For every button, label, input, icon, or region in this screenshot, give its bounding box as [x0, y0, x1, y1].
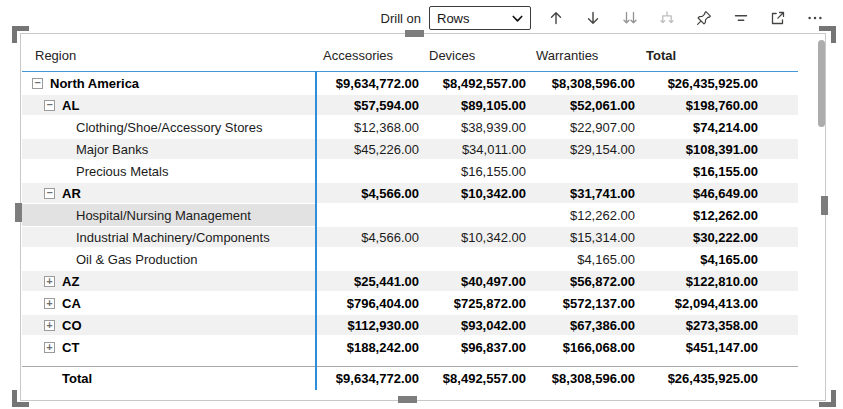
collapse-icon[interactable]: − [32, 78, 43, 89]
value-cell-total[interactable]: $30,222.00 [638, 230, 798, 245]
matrix-row[interactable]: Clothing/Shoe/Accessory Stores $12,368.0… [22, 116, 798, 138]
column-header-accessories[interactable]: Accessories [315, 48, 421, 63]
value-cell-warranties[interactable]: $15,314.00 [528, 230, 638, 245]
value-cell-accessories[interactable]: $4,566.00 [315, 230, 421, 245]
value-cell-devices[interactable]: $38,939.00 [421, 120, 528, 135]
value-cell-total[interactable]: $26,435,925.00 [638, 371, 798, 386]
value-cell-warranties[interactable]: $8,308,596.00 [528, 76, 638, 91]
value-cell-accessories[interactable]: $112,930.00 [315, 318, 421, 333]
value-cell-total[interactable]: $16,155.00 [638, 164, 798, 179]
resize-handle-bottom-right[interactable] [819, 390, 836, 407]
matrix-row[interactable]: Hospital/Nursing Management $12,262.00 $… [22, 204, 798, 226]
value-cell-total[interactable]: $108,391.00 [638, 142, 798, 157]
row-header-cell[interactable]: Precious Metals [22, 160, 315, 182]
value-cell-warranties[interactable]: $31,741.00 [528, 186, 638, 201]
resize-handle-top-right[interactable] [819, 26, 836, 43]
resize-handle-top-left[interactable] [12, 26, 29, 43]
value-cell-warranties[interactable]: $52,061.00 [528, 98, 638, 113]
show-next-level-icon[interactable] [618, 6, 642, 30]
value-cell-accessories[interactable]: $12,368.00 [315, 120, 421, 135]
value-cell-accessories[interactable]: $57,594.00 [315, 98, 421, 113]
value-cell-accessories[interactable]: $45,226.00 [315, 142, 421, 157]
matrix-row[interactable]: − AR $4,566.00 $10,342.00 $31,741.00 $46… [22, 182, 798, 204]
row-header-cell[interactable]: + CA [22, 292, 315, 314]
value-cell-total[interactable]: $26,435,925.00 [638, 76, 798, 91]
value-cell-total[interactable]: $4,165.00 [638, 252, 798, 267]
expand-icon[interactable]: + [44, 298, 55, 309]
resize-handle-top[interactable] [405, 30, 424, 37]
value-cell-devices[interactable]: $93,042.00 [421, 318, 528, 333]
value-cell-total[interactable]: $2,094,413.00 [638, 296, 798, 311]
value-cell-devices[interactable]: $96,837.00 [421, 340, 528, 355]
value-cell-devices[interactable]: $725,872.00 [421, 296, 528, 311]
matrix-row[interactable]: + AZ $25,441.00 $40,497.00 $56,872.00 $1… [22, 270, 798, 292]
focus-mode-icon[interactable] [766, 6, 790, 30]
value-cell-total[interactable]: $273,358.00 [638, 318, 798, 333]
value-cell-total[interactable]: $198,760.00 [638, 98, 798, 113]
row-header-cell[interactable]: Oil & Gas Production [22, 248, 315, 270]
matrix-row[interactable]: − North America $9,634,772.00 $8,492,557… [22, 72, 798, 94]
resize-handle-bottom-left[interactable] [12, 390, 29, 407]
value-cell-devices[interactable]: $40,497.00 [421, 274, 528, 289]
value-cell-accessories[interactable]: $9,634,772.00 [315, 371, 421, 386]
row-header-cell[interactable]: − North America [22, 72, 315, 94]
value-cell-warranties[interactable]: $56,872.00 [528, 274, 638, 289]
value-cell-devices[interactable]: $34,011.00 [421, 142, 528, 157]
column-header-region[interactable]: Region [22, 48, 315, 63]
expand-icon[interactable]: + [44, 320, 55, 331]
value-cell-accessories[interactable]: $4,566.00 [315, 186, 421, 201]
row-header-cell[interactable]: + CO [22, 314, 315, 336]
value-cell-warranties[interactable]: $4,165.00 [528, 252, 638, 267]
vertical-scrollbar[interactable] [818, 40, 825, 127]
expand-all-icon[interactable] [655, 6, 679, 30]
pin-visual-icon[interactable] [692, 6, 716, 30]
value-cell-devices[interactable]: $10,342.00 [421, 186, 528, 201]
row-header-cell[interactable]: Clothing/Shoe/Accessory Stores [22, 116, 315, 138]
matrix-row[interactable]: Total $9,634,772.00 $8,492,557.00 $8,308… [22, 366, 798, 390]
value-cell-warranties[interactable]: $67,386.00 [528, 318, 638, 333]
value-cell-total[interactable]: $451,147.00 [638, 340, 798, 355]
value-cell-accessories[interactable]: $9,634,772.00 [315, 76, 421, 91]
matrix-row[interactable]: + CT $188,242.00 $96,837.00 $166,068.00 … [22, 336, 798, 358]
value-cell-total[interactable]: $46,649.00 [638, 186, 798, 201]
value-cell-total[interactable]: $122,810.00 [638, 274, 798, 289]
value-cell-devices[interactable]: $89,105.00 [421, 98, 528, 113]
matrix-row[interactable]: Major Banks $45,226.00 $34,011.00 $29,15… [22, 138, 798, 160]
column-header-warranties[interactable]: Warranties [528, 48, 638, 63]
value-cell-warranties[interactable]: $572,137.00 [528, 296, 638, 311]
value-cell-devices[interactable]: $10,342.00 [421, 230, 528, 245]
collapse-icon[interactable]: − [44, 188, 55, 199]
value-cell-accessories[interactable]: $25,441.00 [315, 274, 421, 289]
row-header-cell[interactable]: + CT [22, 336, 315, 358]
value-cell-devices[interactable]: $16,155.00 [421, 164, 528, 179]
row-header-cell[interactable]: Major Banks [22, 138, 315, 160]
drill-up-icon[interactable] [544, 6, 568, 30]
value-cell-warranties[interactable]: $166,068.00 [528, 340, 638, 355]
expand-icon[interactable]: + [44, 342, 55, 353]
drill-mode-select[interactable]: Rows [429, 6, 531, 30]
value-cell-total[interactable]: $74,214.00 [638, 120, 798, 135]
value-cell-accessories[interactable]: $796,404.00 [315, 296, 421, 311]
row-header-cell[interactable]: − AR [22, 182, 315, 204]
row-header-cell[interactable]: − AL [22, 94, 315, 116]
column-header-total[interactable]: Total [638, 48, 798, 63]
drill-down-icon[interactable] [581, 6, 605, 30]
column-header-devices[interactable]: Devices [421, 48, 528, 63]
expand-icon[interactable]: + [44, 276, 55, 287]
resize-handle-right[interactable] [821, 196, 828, 215]
value-cell-total[interactable]: $12,262.00 [638, 208, 798, 223]
matrix-row[interactable]: + CO $112,930.00 $93,042.00 $67,386.00 $… [22, 314, 798, 336]
value-cell-devices[interactable]: $8,492,557.00 [421, 76, 528, 91]
collapse-icon[interactable]: − [44, 100, 55, 111]
row-header-cell[interactable]: Hospital/Nursing Management [22, 204, 315, 226]
value-cell-warranties[interactable]: $29,154.00 [528, 142, 638, 157]
filter-icon[interactable] [729, 6, 753, 30]
matrix-row[interactable]: Oil & Gas Production $4,165.00 $4,165.00 [22, 248, 798, 270]
resize-handle-left[interactable] [15, 203, 22, 222]
matrix-row[interactable]: Industrial Machinery/Components $4,566.0… [22, 226, 798, 248]
row-header-cell[interactable]: Total [22, 367, 315, 390]
value-cell-accessories[interactable]: $188,242.00 [315, 340, 421, 355]
value-cell-warranties[interactable]: $22,907.00 [528, 120, 638, 135]
row-header-cell[interactable]: + AZ [22, 270, 315, 292]
resize-handle-bottom[interactable] [398, 396, 417, 403]
